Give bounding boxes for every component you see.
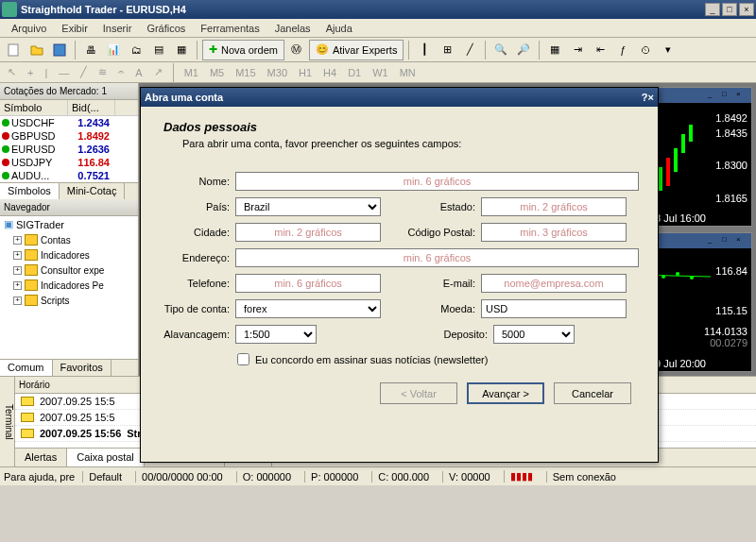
tab-minicotac[interactable]: Mini-Cotaç (60, 183, 126, 199)
new-chart-icon[interactable] (4, 40, 25, 60)
save-icon[interactable] (49, 40, 70, 60)
cidade-field[interactable] (235, 223, 381, 242)
chart2-close-icon[interactable]: × (736, 235, 749, 246)
moeda-field[interactable] (481, 299, 627, 318)
toolbar-draw: ↖ + | — ╱ ≋ 𝄐 A ↗ M1 M5 M15 M30 H1 H4 D1… (0, 62, 756, 83)
envelope-icon (21, 429, 34, 438)
print-icon[interactable]: 🖶 (80, 40, 101, 60)
candles-icon[interactable]: ⊞ (437, 40, 457, 60)
arrow-icon[interactable]: ↗ (150, 66, 166, 78)
zoom-out-icon[interactable]: 🔎 (513, 40, 534, 60)
text-icon[interactable]: A (131, 67, 146, 78)
tab-alertas[interactable]: Alertas (15, 449, 67, 466)
zoom-in-icon[interactable]: 🔍 (490, 40, 511, 60)
menu-inserir[interactable]: Inserir (95, 23, 140, 34)
tree-item[interactable]: +Consultor expe (0, 263, 138, 278)
tree-item[interactable]: +Scripts (0, 293, 138, 308)
endereco-field[interactable] (235, 248, 639, 267)
tab-comum[interactable]: Comum (0, 360, 53, 376)
tree-root[interactable]: ▣SIGTrader (0, 216, 138, 232)
menu-ajuda[interactable]: Ajuda (318, 23, 360, 34)
menu-graficos[interactable]: Gráficos (139, 23, 193, 34)
bars-icon[interactable]: ┃ (414, 40, 435, 60)
dialog-sub: Para abrir uma conta, favor preencher os… (163, 138, 639, 149)
market-row[interactable]: EURUSD1.2636 (0, 143, 138, 156)
line-icon[interactable]: ╱ (459, 40, 480, 60)
dialog-heading: Dados pessoais (163, 120, 639, 134)
menu-janelas[interactable]: Janelas (267, 23, 318, 34)
templates-icon[interactable]: ▾ (658, 40, 679, 60)
tipo-select[interactable]: forex (235, 299, 381, 318)
tf-m5[interactable]: M5 (206, 67, 228, 78)
tab-simbolos[interactable]: Símbolos (0, 183, 60, 199)
shift-icon[interactable]: ⇤ (590, 40, 610, 60)
chart2-min-icon[interactable]: _ (708, 235, 721, 246)
menu-exibir[interactable]: Exibir (54, 23, 95, 34)
trend-icon[interactable]: ╱ (77, 66, 91, 78)
nav-icon[interactable]: 🗂 (126, 40, 146, 60)
cancelar-button[interactable]: Cancelar (554, 382, 631, 404)
tf-h4[interactable]: H4 (319, 67, 340, 78)
tf-m1[interactable]: M1 (180, 67, 202, 78)
market-row[interactable]: USDCHF1.2434 (0, 116, 138, 129)
alav-select[interactable]: 1:500 (235, 325, 317, 344)
envelope-icon (21, 413, 34, 422)
avancar-button[interactable]: Avançar > (467, 382, 544, 404)
cursor-icon[interactable]: ↖ (4, 66, 20, 78)
market-watch: Símbolo Bid(... USDCHF1.2434GBPUSD1.8492… (0, 100, 138, 199)
col-symbol[interactable]: Símbolo (0, 100, 68, 115)
tf-w1[interactable]: W1 (369, 67, 392, 78)
chart1-close-icon[interactable]: × (736, 90, 749, 101)
tf-m30[interactable]: M30 (264, 67, 291, 78)
tree-item[interactable]: +Indicadores Pe (0, 278, 138, 293)
vline-icon[interactable]: | (41, 67, 51, 78)
market-row[interactable]: USDJPY116.84 (0, 156, 138, 169)
chart2-max-icon[interactable]: □ (722, 235, 735, 246)
col-bid[interactable]: Bid(... (68, 100, 115, 115)
restore-icon[interactable]: □ (722, 3, 737, 16)
tree-item[interactable]: +Indicadores (0, 247, 138, 263)
email-field[interactable] (481, 274, 627, 293)
estado-field[interactable] (481, 197, 627, 216)
market-row[interactable]: GBPUSD1.8492 (0, 129, 138, 143)
market-icon[interactable]: 📊 (103, 40, 124, 60)
menu-ferramentas[interactable]: Ferramentas (193, 23, 266, 34)
ativar-experts-button[interactable]: 😊Ativar Experts (309, 40, 404, 60)
dialog-help-icon[interactable]: ? (642, 92, 648, 103)
tf-d1[interactable]: D1 (344, 67, 365, 78)
tester-icon[interactable]: ▦ (171, 40, 192, 60)
close-icon[interactable]: × (739, 3, 754, 16)
dialog-close-icon[interactable]: × (648, 92, 654, 103)
codigo-field[interactable] (481, 223, 627, 242)
tile-icon[interactable]: ▦ (544, 40, 565, 60)
crosshair-icon[interactable]: + (24, 67, 37, 78)
chart1-min-icon[interactable]: _ (708, 90, 721, 101)
terminal-icon[interactable]: ▤ (148, 40, 169, 60)
tf-h1[interactable]: H1 (295, 67, 316, 78)
pais-select[interactable]: Brazil (235, 197, 381, 216)
deposito-select[interactable]: 5000 (493, 325, 575, 344)
telefone-field[interactable] (235, 274, 381, 293)
nova-ordem-button[interactable]: ✚Nova ordem (202, 40, 284, 60)
newsletter-checkbox[interactable] (237, 353, 249, 365)
fib-icon[interactable]: 𝄐 (114, 66, 128, 78)
tf-mn[interactable]: MN (396, 67, 420, 78)
tf-m15[interactable]: M15 (232, 67, 259, 78)
tab-favoritos[interactable]: Favoritos (53, 360, 112, 376)
terminal-side-label: Terminal (0, 377, 15, 466)
tab-caixa-postal[interactable]: Caixa postal (67, 449, 145, 466)
channel-icon[interactable]: ≋ (94, 66, 111, 78)
market-row[interactable]: AUDU...0.7521 (0, 169, 138, 182)
periods-icon[interactable]: ⏲ (635, 40, 656, 60)
open-icon[interactable] (26, 40, 47, 60)
menu-arquivo[interactable]: Arquivo (4, 23, 54, 34)
meta-icon[interactable]: Ⓜ (286, 40, 307, 60)
nome-field[interactable] (235, 172, 639, 191)
voltar-button[interactable]: < Voltar (380, 382, 457, 404)
indicators-icon[interactable]: ƒ (612, 40, 633, 60)
chart1-max-icon[interactable]: □ (722, 90, 735, 101)
hline-icon[interactable]: — (55, 67, 73, 78)
autoscroll-icon[interactable]: ⇥ (567, 40, 588, 60)
minimize-icon[interactable]: _ (705, 3, 720, 16)
tree-item[interactable]: +Contas (0, 232, 138, 247)
